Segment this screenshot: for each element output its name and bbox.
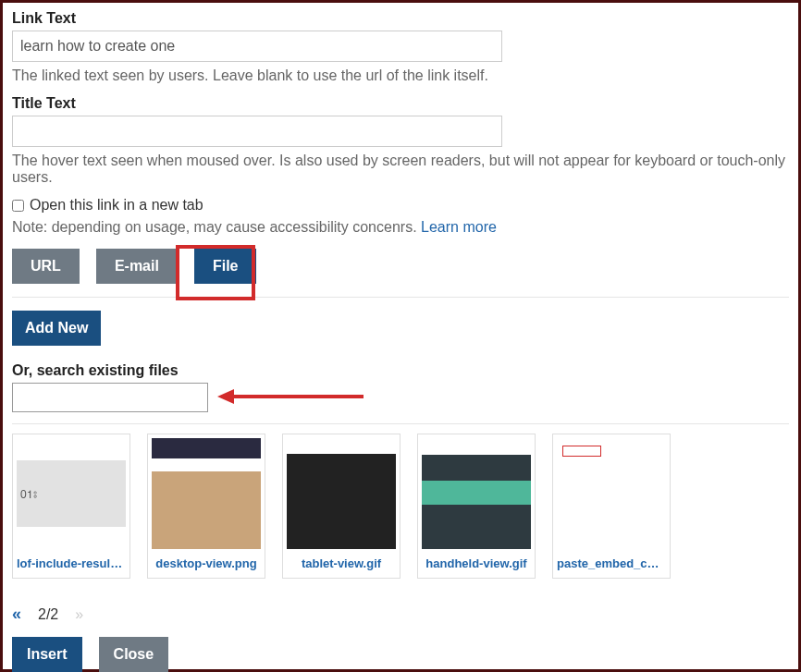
link-text-help: The linked text seen by users. Leave bla…: [12, 67, 789, 84]
file-name: tablet-view.gif: [287, 556, 396, 574]
file-card[interactable]: desktop-view.png: [147, 434, 265, 579]
pager-next[interactable]: »: [75, 606, 83, 623]
file-card[interactable]: handheld-view.gif: [417, 434, 536, 579]
file-name: lof-include-result-f...: [17, 556, 126, 574]
file-thumbnail: [557, 438, 666, 549]
title-text-input[interactable]: [12, 116, 502, 147]
pager-label: 2/2: [38, 606, 58, 623]
file-grid: lof-include-result-f...desktop-view.pngt…: [12, 423, 789, 579]
add-new-button[interactable]: Add New: [12, 311, 101, 346]
link-dialog: Link Text The linked text seen by users.…: [0, 0, 801, 672]
search-label: Or, search existing files: [12, 362, 789, 379]
learn-more-link[interactable]: Learn more: [421, 219, 497, 235]
file-name: handheld-view.gif: [422, 556, 531, 574]
tab-file[interactable]: File: [194, 249, 257, 284]
close-button[interactable]: Close: [99, 637, 169, 672]
file-card[interactable]: lof-include-result-f...: [12, 434, 130, 579]
tab-url[interactable]: URL: [12, 249, 80, 284]
file-thumbnail: [17, 438, 126, 549]
dialog-actions: Insert Close: [12, 637, 789, 672]
link-text-input[interactable]: [12, 31, 502, 62]
file-name: paste_embed_code..: [557, 556, 666, 574]
link-text-section: Link Text The linked text seen by users.…: [12, 10, 789, 84]
new-tab-note: Note: depending on usage, may cause acce…: [12, 219, 789, 236]
title-text-help: The hover text seen when moused over. Is…: [12, 153, 789, 186]
link-type-tabs: URL E-mail File: [12, 249, 789, 298]
file-thumbnail: [152, 438, 261, 549]
pager-first[interactable]: «: [12, 605, 21, 624]
new-tab-row: Open this link in a new tab: [12, 197, 789, 214]
search-input[interactable]: [12, 383, 208, 412]
file-name: desktop-view.png: [152, 556, 261, 574]
title-text-section: Title Text The hover text seen when mous…: [12, 95, 789, 186]
new-tab-checkbox[interactable]: [12, 200, 24, 212]
file-card[interactable]: tablet-view.gif: [282, 434, 400, 579]
pager: « 2/2 »: [12, 605, 789, 624]
link-text-label: Link Text: [12, 10, 789, 27]
file-thumbnail: [287, 438, 396, 549]
search-section: Or, search existing files: [12, 362, 789, 412]
tab-email[interactable]: E-mail: [96, 249, 178, 284]
insert-button[interactable]: Insert: [12, 637, 82, 672]
file-card[interactable]: paste_embed_code..: [552, 434, 671, 579]
file-thumbnail: [422, 438, 531, 549]
new-tab-label: Open this link in a new tab: [30, 197, 203, 214]
title-text-label: Title Text: [12, 95, 789, 112]
